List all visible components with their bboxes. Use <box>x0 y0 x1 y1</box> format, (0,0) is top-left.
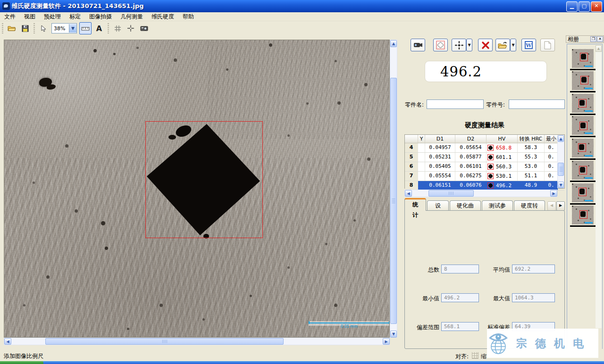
micrograph-image[interactable]: 0.05 mm <box>4 40 390 338</box>
tab-test-parameters[interactable]: 测试参数 <box>482 200 513 211</box>
image-vscrollbar[interactable]: ▲ ▼ <box>390 40 397 338</box>
capture-button[interactable] <box>138 23 150 34</box>
menu-help[interactable]: 帮助 <box>178 12 198 21</box>
menu-calibration[interactable]: 标定 <box>65 12 85 21</box>
table-hscrollbar[interactable]: ◀ ▶ <box>404 190 557 197</box>
hardness-result-display: 496.2 <box>425 61 547 82</box>
menu-preprocess[interactable]: 预处理 <box>40 12 65 21</box>
video-capture-button[interactable] <box>411 39 425 51</box>
album-thumbnail[interactable] <box>570 48 596 70</box>
part-name-label: 零件名: <box>405 101 424 109</box>
part-no-input[interactable] <box>509 99 565 109</box>
close-button[interactable]: ✕ <box>591 1 602 12</box>
toolbar-grip <box>107 23 110 33</box>
album-thumbnail[interactable] <box>570 205 596 227</box>
col-hv[interactable]: HV <box>487 135 518 143</box>
scroll-down-icon[interactable]: ▼ <box>390 331 397 338</box>
center-view-button[interactable] <box>125 23 136 34</box>
max-field: 1064.3 <box>512 293 555 302</box>
scroll-up-icon[interactable]: ▲ <box>558 135 564 142</box>
delete-result-button[interactable] <box>478 39 493 51</box>
diamond-marker-icon <box>436 41 445 50</box>
scroll-left-icon[interactable]: ◀ <box>4 338 11 345</box>
album-thumbnail[interactable] <box>570 138 596 160</box>
align-label: 对齐: <box>455 353 469 361</box>
tab-settings[interactable]: 设置 <box>427 200 449 211</box>
tab-scroll-right-icon[interactable]: ▶ <box>556 201 565 211</box>
table-row[interactable]: 4 0.04957 0.05654 658.8 58.3 0. <box>405 143 564 153</box>
move-marker-button[interactable] <box>452 39 466 51</box>
col-d1[interactable]: D1 <box>425 135 455 143</box>
album-thumbnail[interactable] <box>570 160 596 182</box>
part-name-input[interactable] <box>427 99 484 109</box>
album-thumbnail[interactable] <box>570 93 596 115</box>
menu-view[interactable]: 视图 <box>20 12 40 21</box>
open-album-dropdown[interactable]: ▼ <box>510 39 516 51</box>
tab-hardness-conversion[interactable]: 硬度转换 <box>514 200 545 211</box>
tab-scroll-left-icon[interactable]: ◀ <box>547 201 556 211</box>
hscroll-thumb[interactable] <box>428 190 474 197</box>
scroll-down-icon[interactable]: ▼ <box>558 182 564 188</box>
measure-tool-button[interactable] <box>79 22 92 34</box>
zoom-label-partial: 缩 <box>481 353 487 361</box>
move-marker-dropdown[interactable]: ▼ <box>466 39 472 51</box>
svg-text:W: W <box>525 42 532 49</box>
grid-button[interactable] <box>112 23 123 34</box>
ruler-icon <box>81 26 90 31</box>
export-word-button[interactable]: W <box>521 39 536 51</box>
pointer-tool-button[interactable] <box>38 23 49 34</box>
album-thumbnail[interactable] <box>570 182 596 205</box>
vscroll-thumb[interactable] <box>558 163 564 176</box>
part-no-label: 零件号: <box>486 101 505 109</box>
col-min[interactable]: 最小 <box>545 135 558 143</box>
scroll-right-icon[interactable]: ▶ <box>383 338 390 345</box>
measurement-box[interactable] <box>145 121 263 238</box>
save-button[interactable] <box>19 23 31 34</box>
zoom-combobox[interactable]: 38% ▼ <box>51 23 77 33</box>
scroll-up-icon[interactable]: ▲ <box>390 40 397 47</box>
album-scrollbar[interactable]: ▲ <box>596 45 602 328</box>
col-hrc[interactable]: 转换 HRC <box>518 135 545 143</box>
float-panel-icon[interactable]: ❐ <box>590 36 596 42</box>
open-album-button[interactable] <box>495 39 510 51</box>
album-title: 相册 <box>568 35 590 43</box>
album-thumbnail[interactable] <box>570 70 596 92</box>
taskbar-edge <box>0 361 604 364</box>
table-vscrollbar[interactable]: ▲ ▼ <box>557 135 564 188</box>
right-panel: ▼ ▼ W 496.2 零件名: 零件号: 硬度测量结果 Y D1 <box>399 35 565 364</box>
scroll-up-icon[interactable]: ▲ <box>596 45 602 52</box>
menu-bar: 文件 视图 预处理 标定 图像拍摄 几何测量 维氏硬度 帮助 <box>0 12 604 21</box>
measure-indent-button[interactable] <box>433 39 448 51</box>
table-row[interactable]: 6 0.05405 0.06101 560.3 53.0 0. <box>405 162 564 172</box>
album-thumbnail[interactable] <box>570 115 596 137</box>
text-tool-button[interactable]: A <box>93 23 105 34</box>
close-panel-icon[interactable]: ✕ <box>597 36 603 42</box>
image-viewport: 0.05 mm ▲ ▼ ◀ ▶ <box>4 40 397 345</box>
open-file-button[interactable] <box>6 23 17 34</box>
menu-vickers-hardness[interactable]: 维氏硬度 <box>147 12 178 21</box>
indent-marker-icon <box>487 154 494 160</box>
col-y[interactable]: Y <box>418 135 425 143</box>
image-hscrollbar[interactable]: ◀ ▶ <box>4 338 390 345</box>
new-blank-button[interactable] <box>540 39 555 51</box>
grid-icon <box>114 25 121 32</box>
tab-statistics[interactable]: 统计 <box>404 198 426 211</box>
menu-geometry-measure[interactable]: 几何测量 <box>116 12 147 21</box>
table-row[interactable]: 5 0.05231 0.05877 601.1 55.3 0. <box>405 153 564 162</box>
scroll-left-icon[interactable]: ◀ <box>405 190 412 197</box>
vscroll-thumb[interactable] <box>390 78 397 324</box>
tab-hardening-curve[interactable]: 硬化曲线 <box>450 200 481 211</box>
indent-marker-icon <box>487 164 494 170</box>
align-grid-icon[interactable] <box>472 352 478 359</box>
minimize-button[interactable]: ▁ <box>566 1 578 12</box>
maximize-button[interactable]: ▢ <box>579 1 590 12</box>
chevron-down-icon[interactable]: ▼ <box>69 24 76 33</box>
title-bar: 维氏硬度测量软件 - 20130721_143651.jpg ▁ ▢ ✕ <box>0 0 604 12</box>
table-row-selected[interactable]: 8 0.06151 0.06076 496.2 48.9 0. <box>405 181 564 190</box>
menu-file[interactable]: 文件 <box>0 12 20 21</box>
menu-image-capture[interactable]: 图像拍摄 <box>85 12 116 21</box>
table-row[interactable]: 7 0.05554 0.06275 530.1 51.1 0. <box>405 172 564 181</box>
hscroll-thumb[interactable] <box>45 338 284 345</box>
scroll-right-icon[interactable]: ▶ <box>550 190 557 197</box>
col-d2[interactable]: D2 <box>455 135 487 143</box>
